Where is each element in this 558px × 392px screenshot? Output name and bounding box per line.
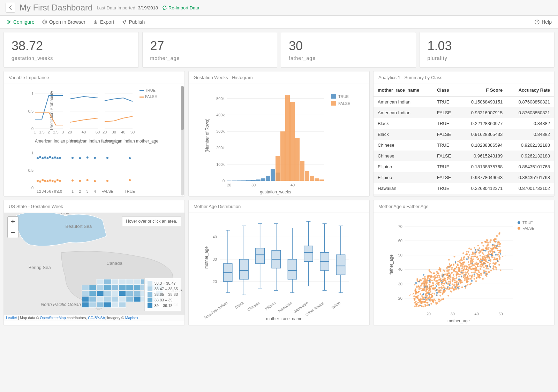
svg-point-568 [454,279,456,281]
svg-point-1091 [485,255,487,256]
reimport-link[interactable]: Re-import Data [162,5,199,10]
svg-point-674 [463,259,465,260]
svg-point-807 [429,271,431,272]
svg-point-975 [447,277,448,278]
svg-rect-140 [82,285,89,290]
svg-point-993 [442,298,444,300]
svg-point-1122 [429,288,431,290]
svg-point-794 [424,297,425,298]
svg-point-857 [463,275,465,276]
open-browser-button[interactable]: Open in Browser [42,19,85,25]
svg-point-46 [54,156,56,159]
svg-point-838 [418,305,420,306]
scatter-chart[interactable]: father_age20304050607020304050mother_age… [374,213,554,325]
svg-point-712 [481,242,483,244]
choropleth-map[interactable]: Arct Beaufort Sea Canada Bering Sea Nort… [4,213,184,321]
svg-point-988 [480,255,481,256]
svg-rect-113 [285,95,290,181]
svg-point-69 [71,157,74,159]
svg-point-537 [473,278,475,280]
svg-point-990 [456,267,458,268]
kpi-card: 30father_age [281,32,416,68]
svg-rect-158 [134,291,141,296]
kpi-value: 38.72 [12,39,131,53]
svg-point-962 [489,241,491,243]
svg-rect-178 [119,302,126,307]
svg-text:20: 20 [427,312,431,316]
svg-point-562 [427,275,429,277]
svg-rect-174 [89,302,96,307]
svg-point-1005 [471,260,473,261]
zoom-out-button[interactable]: − [8,227,18,238]
svg-point-54 [49,179,51,182]
osm-link[interactable]: OpenStreetMap [40,316,66,320]
svg-point-768 [438,269,440,271]
svg-text:?: ? [536,20,538,24]
svg-point-915 [443,289,445,290]
configure-button[interactable]: Configure [6,19,35,25]
svg-point-700 [415,296,416,298]
svg-point-484 [453,285,455,286]
svg-point-1115 [456,282,458,283]
svg-point-70 [79,157,81,159]
svg-point-303 [461,268,463,269]
svg-point-929 [460,279,461,281]
svg-point-1041 [428,299,430,301]
svg-point-877 [480,264,482,266]
svg-point-1090 [493,238,495,240]
svg-point-547 [468,264,469,266]
svg-text:gestation_weeks: gestation_weeks [260,190,291,194]
svg-point-1130 [458,270,460,271]
svg-point-928 [454,288,456,290]
histogram-chart[interactable]: (Number of Rows)0100k200k300k400k500k203… [189,84,369,197]
svg-point-737 [428,280,430,282]
help-button[interactable]: ? Help [535,19,552,25]
svg-point-1107 [480,261,482,263]
back-button[interactable] [6,3,15,13]
svg-point-43 [46,157,48,159]
scrollbar[interactable] [181,86,184,195]
publish-button[interactable]: Publish [122,19,145,25]
summary-table-area[interactable]: mother_race_nameClassF ScoreAccuracy Rat… [374,84,554,197]
svg-point-0 [8,21,10,23]
svg-point-1036 [455,261,457,263]
svg-point-540 [485,271,487,272]
svg-point-902 [493,266,495,268]
last-import-label: Last Data Imported: 3/19/2018 [97,5,158,10]
svg-point-692 [498,255,500,257]
svg-rect-206 [256,248,264,264]
svg-point-1012 [465,287,466,289]
leaflet-link[interactable]: Leaflet [6,316,17,320]
mapbox-link[interactable]: Mapbox [125,316,138,320]
zoom-in-button[interactable]: + [8,217,18,227]
svg-text:30: 30 [451,312,455,316]
svg-point-806 [447,266,449,267]
svg-rect-142 [97,285,104,290]
svg-point-1030 [463,261,465,263]
export-button[interactable]: Export [93,19,114,25]
svg-text:mother_age: mother_age [447,318,470,323]
svg-point-84 [129,179,131,181]
svg-rect-134 [104,279,111,284]
svg-text:4: 4 [44,189,46,193]
boxplot-chart[interactable]: mother_age203040American IndianBlackChin… [189,213,369,325]
svg-point-828 [426,282,428,284]
svg-text:2.5: 2.5 [53,130,58,134]
cc-link[interactable]: CC-BY-SA [88,316,105,320]
svg-point-1064 [447,274,448,276]
map-zoom-control: + − [7,216,18,238]
svg-point-1132 [431,295,433,297]
svg-text:3: 3 [42,189,44,193]
svg-point-1080 [422,294,424,295]
svg-point-1049 [428,269,430,271]
svg-text:200k: 200k [216,146,225,150]
variable-importance-chart[interactable]: Prediction ProbabilityTRUEFALSE00.5111.5… [4,84,184,197]
svg-point-641 [473,271,475,273]
svg-point-680 [439,295,441,297]
svg-point-475 [463,268,465,270]
svg-text:20: 20 [227,183,231,187]
svg-point-1074 [461,263,462,265]
svg-point-366 [421,295,423,297]
svg-point-1053 [451,268,453,270]
svg-text:40: 40 [213,235,217,239]
